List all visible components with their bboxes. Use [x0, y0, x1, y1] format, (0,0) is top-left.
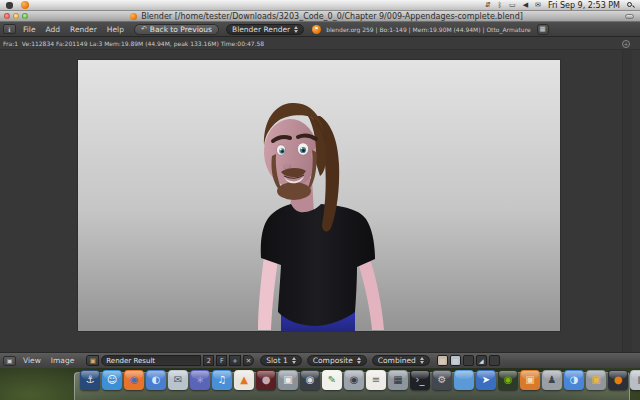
- image-name-field[interactable]: Render Result: [101, 355, 201, 366]
- dock-terminal[interactable]: ›_: [410, 370, 430, 390]
- render-engine-dropdown[interactable]: Blender Render: [226, 24, 304, 35]
- slot-arrows-icon: [292, 357, 296, 364]
- dock-finder-glyph: ☺: [107, 370, 117, 390]
- toolbar-toggle-button[interactable]: [625, 14, 634, 19]
- dock-mail-glyph: ✉: [174, 370, 182, 390]
- displays-icon[interactable]: ▭: [509, 0, 516, 11]
- dock-anchor-app[interactable]: ⚓: [80, 370, 100, 390]
- layer-dropdown[interactable]: Composite: [307, 355, 367, 366]
- dock-robot-app[interactable]: ♟: [542, 370, 562, 390]
- image-editor-area[interactable]: [0, 50, 640, 352]
- dock-quill-app[interactable]: ✎: [322, 370, 342, 390]
- menubar-clock[interactable]: Fri Sep 9, 2:53 PM: [548, 1, 620, 10]
- dock-remote-desktop[interactable]: ➤: [476, 370, 496, 390]
- apple-logo[interactable]: [6, 2, 13, 9]
- mail-status-icon[interactable]: ✉: [535, 0, 541, 11]
- blender-info-header: ℹ FileAddRenderHelp ↶ Back to Previous B…: [0, 22, 640, 37]
- dock-system-preferences[interactable]: ⚙: [432, 370, 452, 390]
- pass-dropdown[interactable]: Combined: [372, 355, 430, 366]
- dock-photos-stack[interactable]: ▣: [278, 370, 298, 390]
- dock-robot-app-glyph: ♟: [548, 370, 557, 390]
- new-image-button[interactable]: +: [229, 355, 240, 366]
- dock-nvidia[interactable]: ◉: [498, 370, 518, 390]
- volume-icon[interactable]: ◀: [523, 0, 528, 11]
- dock-nvidia-glyph: ◉: [504, 370, 513, 390]
- window-title: Blender [/home/tester/Downloads/3203_Cod…: [141, 12, 523, 21]
- channel-exposure-button[interactable]: [489, 355, 500, 366]
- dock-blender[interactable]: ●: [608, 370, 628, 390]
- minimize-button[interactable]: [13, 13, 19, 19]
- editor-type-button[interactable]: ℹ: [3, 24, 16, 34]
- dock-itunes-glyph: ♫: [218, 370, 227, 390]
- dock-terminal-glyph: ›_: [416, 370, 425, 390]
- dock-orange-app-glyph: ▣: [525, 370, 534, 390]
- editor-right-edge: [622, 50, 632, 352]
- dock-calculator-glyph: ▦: [393, 370, 402, 390]
- sync-status-icon[interactable]: ⇵: [485, 0, 491, 11]
- dock-system-preferences-glyph: ⚙: [438, 370, 447, 390]
- dock-dvd-player-glyph: ●: [262, 370, 271, 390]
- dock-firefox[interactable]: ◉: [124, 370, 144, 390]
- dock-vlc-glyph: ▲: [240, 370, 248, 390]
- dock-quill-app-glyph: ✎: [328, 370, 336, 390]
- title-blender-icon: [130, 13, 137, 20]
- slot-dropdown[interactable]: Slot 1: [260, 355, 302, 366]
- menu-render[interactable]: Render: [65, 25, 102, 34]
- dock-camera-app[interactable]: ◉: [344, 370, 364, 390]
- dock-vlc[interactable]: ▲: [234, 370, 254, 390]
- footer-editor-type-button[interactable]: ▣: [3, 356, 16, 366]
- dock-photo-booth[interactable]: ◉: [300, 370, 320, 390]
- channel-rgba-button[interactable]: ▨: [450, 355, 461, 366]
- dock-anchor-app-glyph: ⚓: [86, 370, 95, 390]
- dock-blender-glyph: ●: [614, 370, 623, 390]
- dock-browser-swirl[interactable]: ◐: [146, 370, 166, 390]
- window-handle-icon[interactable]: ▦: [537, 24, 549, 35]
- dock-textedit-glyph: ≡: [372, 370, 380, 390]
- menu-add[interactable]: Add: [41, 25, 66, 34]
- mac-menubar: ⇵ᛒ▭◀✉ Fri Sep 9, 2:53 PM: [0, 0, 640, 11]
- window-titlebar[interactable]: Blender [/home/tester/Downloads/3203_Cod…: [0, 11, 640, 22]
- pass-arrows-icon: [420, 357, 424, 364]
- dock-iphoto-glyph: ▣: [591, 370, 600, 390]
- dock: ⚓☺◉◐✉∗♫▲●▣◉✎◉≡▦›_⚙➤◉▣♟◑▣●▮: [80, 370, 640, 390]
- channel-rgb-button[interactable]: ▨: [437, 355, 448, 366]
- dock-folder[interactable]: [454, 370, 474, 390]
- dock-itunes[interactable]: ♫: [212, 370, 232, 390]
- dock-mail[interactable]: ✉: [168, 370, 188, 390]
- dock-orange-app[interactable]: ▣: [520, 370, 540, 390]
- dock-grapes-app[interactable]: ∗: [190, 370, 210, 390]
- bluetooth-icon[interactable]: ᛒ: [498, 0, 502, 11]
- render-image: [78, 60, 560, 331]
- spotlight-icon[interactable]: [627, 2, 634, 9]
- dock-dvd-player[interactable]: ●: [256, 370, 276, 390]
- dock-firefox-glyph: ◉: [130, 370, 139, 390]
- dock-photo-booth-glyph: ◉: [306, 370, 315, 390]
- area-options-icon[interactable]: +: [622, 40, 630, 48]
- dock-finder[interactable]: ☺: [102, 370, 122, 390]
- dock-iphoto[interactable]: ▣: [586, 370, 606, 390]
- screen: ⇵ᛒ▭◀✉ Fri Sep 9, 2:53 PM Blender [/home/…: [0, 0, 640, 400]
- dock-trash[interactable]: ▮: [630, 370, 640, 390]
- blender-logo-icon: [312, 25, 321, 34]
- channel-alpha-button[interactable]: [463, 355, 474, 366]
- layer-arrows-icon: [357, 357, 361, 364]
- dock-remote-desktop-glyph: ➤: [482, 370, 490, 390]
- image-datablock-icon[interactable]: ▣: [86, 355, 99, 366]
- dock-quicktime[interactable]: ◑: [564, 370, 584, 390]
- dock-textedit[interactable]: ≡: [366, 370, 386, 390]
- close-button[interactable]: [4, 13, 10, 19]
- dock-calculator[interactable]: ▦: [388, 370, 408, 390]
- unlink-image-button[interactable]: ✕: [243, 355, 254, 366]
- fake-user-button[interactable]: F: [216, 355, 227, 366]
- footer-menu-view[interactable]: View: [18, 356, 46, 365]
- menu-help[interactable]: Help: [102, 25, 129, 34]
- blender-app-icon[interactable]: [21, 1, 29, 9]
- menu-file[interactable]: File: [18, 25, 41, 34]
- image-editor-header: ▣ ViewImage ▣ Render Result 2 F + ✕ Slot…: [0, 352, 640, 368]
- dock-photos-stack-glyph: ▣: [283, 370, 292, 390]
- users-count-button[interactable]: 2: [203, 355, 214, 366]
- back-arrow-icon: ↶: [141, 25, 147, 33]
- back-to-previous-button[interactable]: ↶ Back to Previous: [134, 24, 219, 35]
- footer-menu-image[interactable]: Image: [46, 356, 80, 365]
- channel-z-button[interactable]: ◢: [476, 355, 487, 366]
